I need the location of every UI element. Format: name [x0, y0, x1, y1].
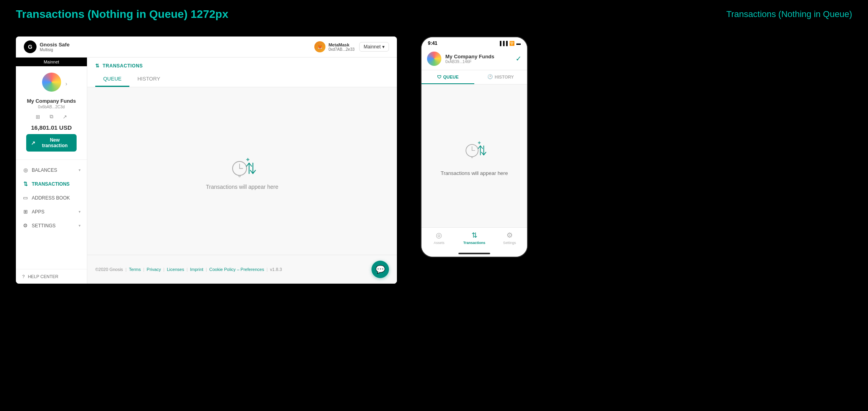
footer-terms[interactable]: Terms: [129, 267, 141, 272]
app-layout: Mainnet › My Company Funds 0x6bAB...2C3d…: [16, 58, 397, 284]
sidebar-account: › My Company Funds 0x6bAB...2C3d ⊞ ⧉ ↗ 1…: [16, 66, 87, 160]
mobile-tabs: 🛡 QUEUE 🕐 HISTORY: [421, 70, 527, 85]
qr-code-icon[interactable]: ⊞: [34, 112, 42, 121]
empty-state-text: Transactions will appear here: [206, 184, 278, 190]
page-title-left: Transactions (Nothing in Queue) 1272px: [16, 8, 228, 21]
help-center-label: HELP CENTER: [28, 274, 58, 279]
queue-tab-icon: 🛡: [437, 75, 441, 79]
app-sub: Multisig: [40, 48, 69, 52]
settings-label: SETTINGS: [32, 223, 56, 229]
chevron-icon: ▾: [79, 168, 81, 172]
account-balance: 16,801.01 USD: [22, 124, 81, 131]
metamask-avatar: 🦊: [314, 41, 325, 52]
footer-imprint[interactable]: Imprint: [190, 267, 204, 272]
footer-copyright: ©2020 Gnosis: [95, 267, 123, 272]
mobile-check-icon[interactable]: ✓: [516, 54, 522, 63]
settings-nav-label: Settings: [503, 241, 516, 245]
tab-history[interactable]: HISTORY: [129, 73, 168, 87]
account-avatar: [42, 73, 61, 92]
mobile-home-indicator: [421, 251, 527, 257]
metamask-info: 🦊 MetaMask 0xd7AB...2e33: [314, 41, 355, 52]
mobile-bottom-nav: ◎ Assets ⇅ Transactions ⚙ Settings: [421, 227, 527, 251]
app-logo-text: Gnosis Safe Multisig: [40, 42, 69, 52]
footer-links: ©2020 Gnosis | Terms | Privacy | License…: [95, 267, 282, 272]
transactions-heading-text: TRANSACTIONS: [103, 63, 143, 69]
wifi-icon: 🛜: [509, 41, 515, 46]
footer-privacy[interactable]: Privacy: [147, 267, 161, 272]
mobile-time: 9:41: [428, 40, 437, 46]
transactions-heading: ⇅ TRANSACTIONS: [95, 63, 389, 69]
main-panel: ⇅ TRANSACTIONS QUEUE HISTORY: [87, 58, 397, 284]
account-actions: ⊞ ⧉ ↗: [22, 112, 81, 121]
new-transaction-button[interactable]: New transaction: [26, 134, 77, 152]
mobile-account-info: My Company Funds 0xAB39...146F: [445, 54, 495, 64]
chevron-icon: ▾: [79, 223, 81, 228]
mobile-status-bar: 9:41 ▐▐▐ 🛜 ▬: [421, 37, 527, 48]
address-book-label: ADDRESS BOOK: [32, 195, 70, 201]
wallet-address: 0xd7AB...2e33: [329, 47, 355, 52]
chevron-down-icon: ▾: [382, 44, 385, 50]
queue-tab-label: QUEUE: [443, 75, 458, 79]
mobile-nav-settings[interactable]: ⚙ Settings: [492, 231, 527, 245]
metamask-details: MetaMask 0xd7AB...2e33: [329, 42, 355, 52]
signal-icon: ▐▐▐: [498, 41, 508, 46]
svg-point-5: [239, 175, 241, 177]
help-center[interactable]: ? HELP CENTER: [16, 269, 87, 284]
tab-queue[interactable]: QUEUE: [95, 73, 129, 87]
copy-icon[interactable]: ⧉: [47, 112, 56, 121]
mobile-empty-state: Transactions will appear here: [421, 85, 527, 227]
mobile-account-address: 0xAB39...146F: [445, 60, 495, 64]
main-panel-header: ⇅ TRANSACTIONS QUEUE HISTORY: [87, 58, 397, 87]
transactions-heading-icon: ⇅: [95, 63, 100, 69]
expand-icon[interactable]: ›: [65, 81, 67, 87]
balances-icon: ◎: [22, 167, 29, 173]
tab-bar: QUEUE HISTORY: [95, 73, 389, 87]
chat-button[interactable]: 💬: [371, 261, 389, 278]
top-banner: Transactions (Nothing in Queue) 1272px T…: [0, 0, 868, 29]
external-link-icon[interactable]: ↗: [61, 112, 69, 121]
app-name: Gnosis Safe: [40, 42, 69, 48]
history-tab-label: HISTORY: [495, 75, 514, 79]
account-name: My Company Funds: [22, 98, 81, 104]
network-label: Mainnet: [364, 44, 381, 50]
sidebar-network: Mainnet: [16, 58, 87, 66]
app-logo: G Gnosis Safe Multisig: [24, 40, 69, 53]
app-footer: ©2020 Gnosis | Terms | Privacy | License…: [87, 255, 397, 284]
mobile-empty-transactions-icon: [460, 136, 488, 164]
transactions-icon: ⇅: [22, 181, 29, 187]
app-header-right: 🦊 MetaMask 0xd7AB...2e33 Mainnet ▾: [314, 41, 389, 52]
transactions-nav-label: Transactions: [463, 241, 485, 245]
chevron-icon: ▾: [79, 209, 81, 214]
sidebar-item-transactions[interactable]: ⇅ TRANSACTIONS: [16, 177, 87, 191]
mobile-account: My Company Funds 0xAB39...146F: [427, 52, 495, 66]
sidebar-item-address-book[interactable]: ▭ ADDRESS BOOK: [16, 191, 87, 205]
sidebar-item-apps[interactable]: ⊞ APPS ▾: [16, 205, 87, 219]
help-icon: ?: [22, 274, 25, 279]
mobile-app: 9:41 ▐▐▐ 🛜 ▬ My Company Funds 0xAB39...1…: [421, 36, 528, 257]
transactions-nav-icon: ⇅: [472, 231, 477, 240]
footer-cookie-policy[interactable]: Cookie Policy – Preferences: [209, 267, 264, 272]
mobile-nav-assets[interactable]: ◎ Assets: [421, 231, 457, 245]
mobile-account-name: My Company Funds: [445, 54, 495, 60]
mobile-status-icons: ▐▐▐ 🛜 ▬: [498, 41, 521, 46]
mobile-nav-transactions[interactable]: ⇅ Transactions: [457, 231, 492, 245]
sidebar-item-settings[interactable]: ⚙ SETTINGS ▾: [16, 219, 87, 232]
sidebar-item-balances[interactable]: ◎ BALANCES ▾: [16, 163, 87, 177]
account-address: 0x6bAB...2C3d: [22, 105, 81, 109]
balances-label: BALANCES: [32, 167, 57, 173]
settings-nav-icon: ⚙: [506, 231, 513, 240]
sidebar: Mainnet › My Company Funds 0x6bAB...2C3d…: [16, 58, 87, 284]
network-badge[interactable]: Mainnet ▾: [359, 42, 389, 52]
transactions-label: TRANSACTIONS: [32, 181, 69, 187]
sidebar-nav: ◎ BALANCES ▾ ⇅ TRANSACTIONS ▭: [16, 160, 87, 269]
battery-icon: ▬: [516, 41, 521, 46]
footer-licenses[interactable]: Licenses: [167, 267, 184, 272]
app-header: G Gnosis Safe Multisig 🦊 MetaMask 0xd7AB…: [16, 36, 397, 58]
settings-icon: ⚙: [22, 223, 29, 229]
wallet-name: MetaMask: [329, 42, 355, 47]
apps-label: APPS: [32, 209, 44, 215]
assets-nav-label: Assets: [434, 241, 445, 245]
mobile-tab-history[interactable]: 🕐 HISTORY: [474, 70, 527, 84]
mobile-header: My Company Funds 0xAB39...146F ✓: [421, 48, 527, 70]
mobile-tab-queue[interactable]: 🛡 QUEUE: [421, 70, 474, 84]
